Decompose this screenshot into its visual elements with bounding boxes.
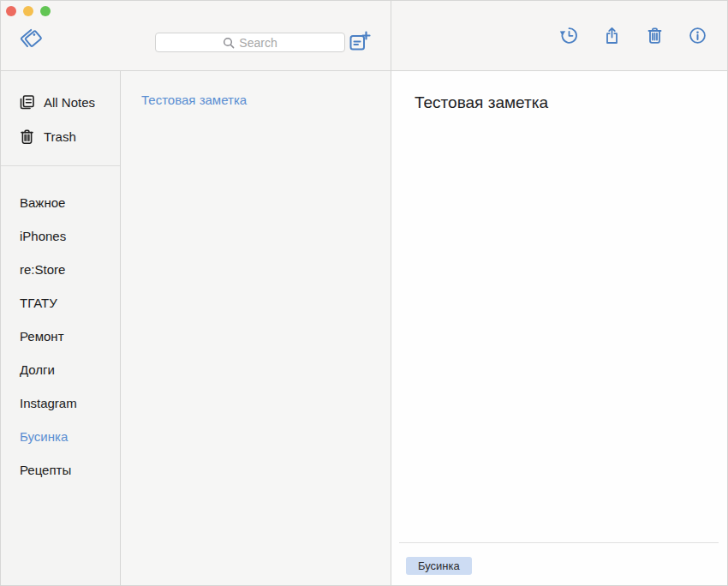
sidebar-system-group: All Notes Trash [1,71,120,153]
app-window: Search [0,0,728,586]
tag-chip[interactable]: Бусинка [406,557,472,575]
sidebar-tag[interactable]: Бусинка [1,420,120,453]
new-note-button[interactable] [347,30,371,54]
sidebar-item-label: All Notes [44,95,95,110]
sidebar-tag[interactable]: Instagram [1,386,120,420]
main-area: All Notes Trash Важное iPhones re:Store [1,71,727,585]
search-placeholder: Search [239,36,277,50]
sidebar-tag[interactable]: Ремонт [1,320,120,353]
minimize-button[interactable] [23,6,33,16]
note-list-item[interactable]: Тестовая заметка [121,71,391,114]
share-button[interactable] [602,26,622,45]
sidebar-tag[interactable]: re:Store [1,253,120,286]
sidebar-item-label: Trash [44,129,76,144]
note-title[interactable]: Тестовая заметка [391,71,727,112]
toolbar-left: Search [1,1,391,70]
sidebar-tag[interactable]: Важное [1,186,120,219]
sidebar-tag[interactable]: Рецепты [1,453,120,487]
sidebar: All Notes Trash Важное iPhones re:Store [1,71,121,585]
editor-tag-bar: Бусинка [399,542,719,585]
tags-icon [18,27,45,53]
zoom-button[interactable] [40,6,51,16]
history-button[interactable] [559,26,579,45]
traffic-lights [6,6,51,16]
sidebar-tag[interactable]: Долги [1,353,120,386]
trash-button[interactable] [645,26,665,45]
history-icon [559,26,579,45]
tags-toggle-button[interactable] [18,27,45,53]
sidebar-item-all-notes[interactable]: All Notes [1,85,120,119]
close-button[interactable] [6,6,16,16]
toolbar-right [391,1,727,70]
note-editor: Тестовая заметка Бусинка [391,71,727,585]
trash-icon [18,128,36,146]
trash-icon [645,26,665,45]
info-icon [688,26,707,45]
sidebar-item-trash[interactable]: Trash [1,119,120,153]
sidebar-tag[interactable]: ТГАТУ [1,286,120,320]
sidebar-tag[interactable]: iPhones [1,219,120,253]
share-icon [602,26,622,45]
search-icon [223,37,235,49]
search-input[interactable]: Search [155,33,345,52]
sidebar-tag-list: Важное iPhones re:Store ТГАТУ Ремонт Дол… [1,166,120,487]
note-list: Тестовая заметка [121,71,391,585]
all-notes-icon [18,93,36,111]
new-note-icon [347,30,371,54]
toolbar: Search [1,1,727,71]
info-button[interactable] [688,26,707,45]
